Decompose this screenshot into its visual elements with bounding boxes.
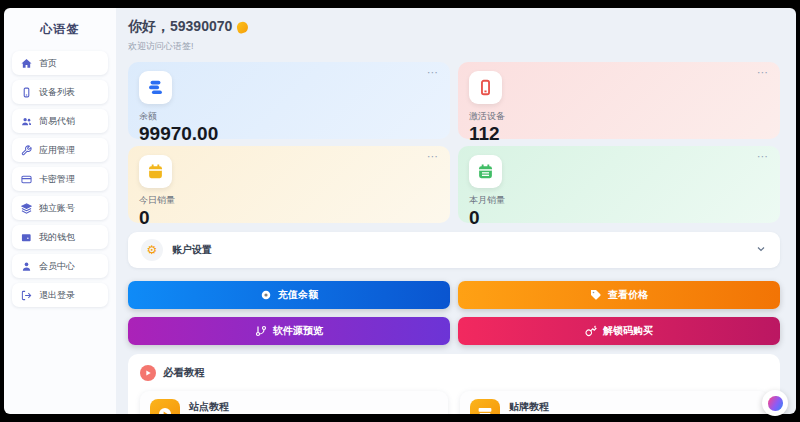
sidebar-item-label: 独立账号 (39, 202, 75, 215)
greeting-text: 你好，59390070 (128, 18, 232, 36)
software-source-button[interactable]: 软件源预览 (128, 317, 450, 345)
home-icon (21, 58, 32, 69)
smartphone-icon (469, 71, 502, 104)
action-label: 充值余额 (278, 288, 318, 302)
sidebar-item-label: 我的钱包 (39, 231, 75, 244)
account-settings-toggle[interactable]: ⚙ 账户设置 (128, 232, 780, 268)
tutorials-section: 必看教程 站点教程 自签从购买到安装 贴牌教程 推广属于自己的网站 (128, 354, 780, 414)
git-branch-icon (255, 325, 267, 337)
tutorial-card-site[interactable]: 站点教程 自签从购买到安装 (140, 391, 448, 414)
account-settings-title: 账户设置 (172, 243, 755, 257)
stat-label: 激活设备 (469, 110, 769, 123)
tutorials-title: 必看教程 (163, 366, 205, 380)
more-options-button[interactable]: ⋯ (427, 66, 439, 79)
sidebar-item-label: 会员中心 (39, 260, 75, 273)
sidebar-item-cards[interactable]: 卡密管理 (12, 167, 108, 191)
sidebar-item-member[interactable]: 会员中心 (12, 254, 108, 278)
gear-icon: ⚙ (141, 239, 163, 261)
tutorials-header: 必看教程 (140, 365, 768, 381)
stat-card-today-sales: ⋯ 今日销量 0 (128, 146, 450, 223)
stat-card-month-sales: ⋯ 本月销量 0 (458, 146, 780, 223)
stat-value: 112 (469, 124, 769, 143)
key-icon (585, 325, 597, 337)
calendar-check-icon (469, 155, 502, 188)
sidebar-nav: 首页 设备列表 简易代销 应用管理 卡密管理 独立账号 (4, 51, 116, 307)
layers-icon (21, 203, 32, 214)
sidebar-item-label: 应用管理 (39, 144, 75, 157)
main-content: 你好，59390070 欢迎访问心语签! ⋯ 余额 99970.00 ⋯ 激活设… (116, 8, 796, 414)
logout-icon (21, 290, 32, 301)
floating-widget-button[interactable] (762, 390, 788, 416)
stat-card-active-devices: ⋯ 激活设备 112 (458, 62, 780, 139)
sidebar-item-logout[interactable]: 退出登录 (12, 283, 108, 307)
calendar-icon (139, 155, 172, 188)
colorful-blob-icon (768, 396, 783, 411)
sidebar: 心语签 首页 设备列表 简易代销 应用管理 卡密管理 (4, 8, 116, 414)
play-icon (150, 399, 180, 414)
sidebar-item-label: 简易代销 (39, 115, 75, 128)
stat-value: 0 (469, 208, 769, 227)
tutorial-card-branding[interactable]: 贴牌教程 推广属于自己的网站 (460, 391, 768, 414)
app-logo: 心语签 (4, 8, 116, 51)
sidebar-item-reseller[interactable]: 简易代销 (12, 109, 108, 133)
sidebar-item-wallet[interactable]: 我的钱包 (12, 225, 108, 249)
video-icon (140, 365, 156, 381)
app-window: 心语签 首页 设备列表 简易代销 应用管理 卡密管理 (0, 0, 800, 422)
stat-label: 今日销量 (139, 194, 439, 207)
sidebar-item-home[interactable]: 首页 (12, 51, 108, 75)
action-label: 解锁码购买 (603, 324, 653, 338)
unlock-code-button[interactable]: 解锁码购买 (458, 317, 780, 345)
quick-actions: 充值余额 查看价格 软件源预览 解锁码购买 (128, 281, 780, 345)
view-prices-button[interactable]: 查看价格 (458, 281, 780, 309)
stat-cards: ⋯ 余额 99970.00 ⋯ 激活设备 112 ⋯ 今日销量 0 (128, 62, 780, 223)
stat-value: 99970.00 (139, 124, 439, 143)
stat-label: 本月销量 (469, 194, 769, 207)
tag-icon (590, 289, 602, 301)
more-options-button[interactable]: ⋯ (757, 66, 769, 79)
sidebar-item-devices[interactable]: 设备列表 (12, 80, 108, 104)
tutorial-title: 贴牌教程 (509, 400, 586, 414)
more-options-button[interactable]: ⋯ (757, 150, 769, 163)
tutorial-title: 站点教程 (189, 400, 257, 414)
sidebar-item-accounts[interactable]: 独立账号 (12, 196, 108, 220)
page-subtitle: 欢迎访问心语签! (128, 40, 780, 53)
sidebar-item-label: 设备列表 (39, 86, 75, 99)
users-icon (21, 116, 32, 127)
sidebar-item-label: 卡密管理 (39, 173, 75, 186)
wallet-icon (21, 232, 32, 243)
stat-card-balance: ⋯ 余额 99970.00 (128, 62, 450, 139)
coin-icon (260, 289, 272, 301)
credit-card-icon (21, 174, 32, 185)
chevron-down-icon (755, 241, 767, 259)
page-greeting: 你好，59390070 (128, 18, 780, 36)
action-label: 软件源预览 (273, 324, 323, 338)
user-icon (21, 261, 32, 272)
sidebar-item-label: 退出登录 (39, 289, 75, 302)
smartphone-icon (21, 87, 32, 98)
sidebar-item-label: 首页 (39, 57, 57, 70)
tutorials-grid: 站点教程 自签从购买到安装 贴牌教程 推广属于自己的网站 (140, 391, 768, 414)
more-options-button[interactable]: ⋯ (427, 150, 439, 163)
wrench-icon (21, 145, 32, 156)
action-label: 查看价格 (608, 288, 648, 302)
sidebar-item-apps[interactable]: 应用管理 (12, 138, 108, 162)
stat-label: 余额 (139, 110, 439, 123)
stat-value: 0 (139, 208, 439, 227)
recharge-balance-button[interactable]: 充值余额 (128, 281, 450, 309)
wave-emoji-icon (236, 20, 249, 33)
package-icon (470, 399, 500, 414)
coins-icon (139, 71, 172, 104)
